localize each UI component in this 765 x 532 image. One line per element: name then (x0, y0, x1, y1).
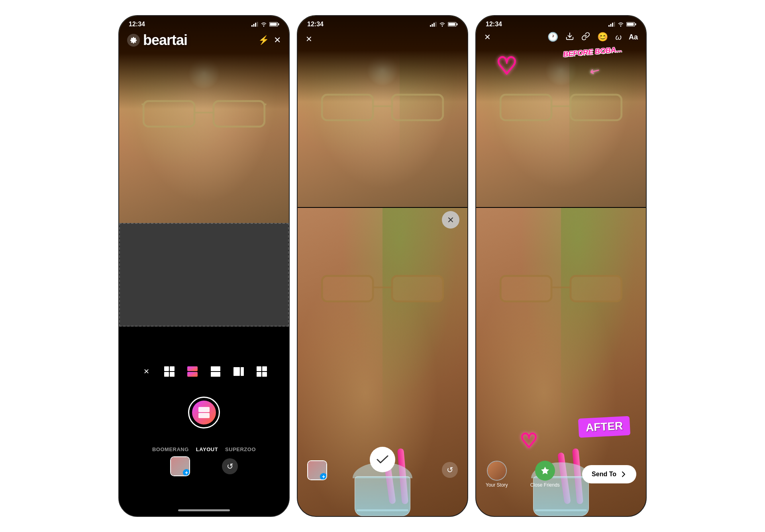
layout-btn-inner (192, 401, 216, 424)
grid-1col-btn[interactable] (208, 364, 223, 379)
sound-icon[interactable]: ω (615, 33, 622, 42)
gallery-thumb-1[interactable]: + (170, 456, 190, 476)
svg-rect-6 (270, 23, 277, 26)
battery-icon-3 (626, 22, 636, 27)
svg-rect-21 (457, 23, 458, 25)
sticker-icon[interactable]: 😊 (597, 32, 608, 42)
mode-tabs: BOOMERANG LAYOUT SUPERZOO (152, 446, 256, 452)
svg-rect-40 (571, 95, 622, 120)
after-sticker: AFTER (578, 416, 631, 438)
lightning-icon[interactable]: ⚡ (258, 35, 269, 45)
status-icons-1 (251, 22, 279, 27)
remove-photo-btn[interactable] (442, 211, 459, 229)
tab-superzoom[interactable]: SUPERZOO (225, 446, 256, 452)
svg-rect-18 (434, 23, 435, 27)
svg-rect-22 (449, 23, 455, 26)
close-icon-1[interactable]: ✕ (274, 35, 281, 45)
layout-close-btn[interactable]: ✕ (139, 364, 154, 379)
wifi-icon-3 (618, 22, 624, 27)
layout-active-btn[interactable] (185, 364, 200, 379)
time-1: 12:34 (129, 21, 145, 28)
phones-container: 12:34 (118, 15, 647, 517)
chevron-right-icon (620, 471, 627, 477)
face-photo-2 (298, 16, 467, 207)
glasses-2 (319, 88, 446, 127)
svg-rect-24 (392, 95, 443, 120)
tab-layout[interactable]: LAYOUT (196, 446, 218, 452)
svg-rect-14 (198, 407, 210, 412)
grid-4-btn[interactable] (254, 364, 269, 379)
close-friends-circle (535, 461, 555, 481)
x-circle-icon (447, 216, 454, 223)
wifi-icon-2 (439, 22, 445, 27)
svg-rect-43 (571, 276, 622, 301)
glasses-5 (497, 270, 625, 308)
gallery-plus-2: + (320, 473, 327, 480)
face-photo-3 (476, 16, 646, 207)
status-icons-3 (608, 22, 636, 27)
smiley-timer-icon[interactable]: 🕐 (547, 32, 558, 42)
svg-rect-15 (198, 413, 210, 418)
grid-2x2-btn[interactable] (162, 364, 177, 379)
phone-2: 12:34 ✕ (297, 15, 468, 517)
signal-icon-2 (430, 22, 437, 27)
phone-3: 12:34 (475, 15, 647, 517)
beartai-logo-text: beartai (143, 32, 187, 49)
rotate-btn-2[interactable]: ↺ (442, 462, 458, 478)
phone3-bottom-bar: Your Story Close Friends Send To (476, 458, 646, 490)
layout-controls: ✕ (119, 358, 289, 385)
layout-big-btn[interactable] (188, 397, 220, 428)
send-to-label: Send To (592, 471, 616, 478)
cup-body (355, 476, 410, 516)
send-to-btn[interactable]: Send To (582, 465, 636, 483)
glasses-svg (140, 95, 268, 133)
check-icon (377, 455, 388, 464)
phone-1: 12:34 (118, 15, 290, 517)
svg-rect-33 (612, 23, 613, 27)
confirm-btn[interactable] (370, 447, 395, 472)
close-btn-2[interactable]: ✕ (306, 34, 312, 44)
close-btn-3[interactable]: ✕ (484, 32, 491, 42)
text-icon[interactable]: Aa (629, 33, 638, 41)
svg-rect-34 (614, 22, 615, 27)
battery-icon-2 (448, 22, 458, 27)
heart-sticker-bottom: ♡ (520, 429, 538, 452)
svg-rect-26 (322, 276, 373, 301)
svg-rect-13 (187, 372, 198, 377)
home-indicator-1 (178, 509, 230, 511)
status-bar-3: 12:34 (476, 16, 646, 29)
gallery-thumb-2[interactable]: + (307, 460, 327, 480)
svg-rect-17 (432, 24, 433, 27)
layout-btn-icon (198, 406, 210, 419)
svg-rect-7 (143, 101, 194, 127)
status-bar-1: 12:34 (119, 16, 289, 29)
tab-boomerang[interactable]: BOOMERANG (152, 446, 189, 452)
svg-rect-37 (627, 23, 634, 26)
svg-rect-42 (500, 276, 551, 301)
star-icon (540, 466, 550, 475)
svg-rect-8 (214, 101, 265, 127)
phone2-split (298, 16, 467, 516)
layout-active-icon (187, 366, 198, 377)
phone3-toolbar: ✕ 🕐 (476, 32, 646, 42)
rotate-area-2: ↺ (442, 462, 458, 478)
beartai-header: beartai ⚡ ✕ (119, 32, 289, 49)
rotate-btn-1[interactable]: ↺ (222, 458, 238, 474)
your-story-label: Your Story (486, 482, 508, 488)
signal-icon (251, 22, 258, 27)
photo-bottom-placeholder[interactable] (119, 223, 289, 327)
download-icon[interactable] (565, 32, 574, 42)
glasses-4 (497, 88, 625, 127)
gear-icon[interactable] (127, 34, 140, 47)
close-friends-btn[interactable]: Close Friends (530, 461, 560, 488)
link-icon[interactable] (581, 32, 590, 42)
phone2-top-photo (298, 16, 467, 207)
grid-2col-btn[interactable] (231, 364, 246, 379)
wifi-icon (261, 22, 267, 27)
heart-sticker-top: ♡ (496, 52, 518, 80)
phone3-top-photo: BEFORE BOBA... ♡ ↙ (476, 16, 646, 207)
svg-rect-39 (500, 95, 551, 120)
status-bar-2: 12:34 (298, 16, 467, 29)
your-story-btn[interactable]: Your Story (486, 461, 508, 488)
time-3: 12:34 (486, 21, 502, 28)
